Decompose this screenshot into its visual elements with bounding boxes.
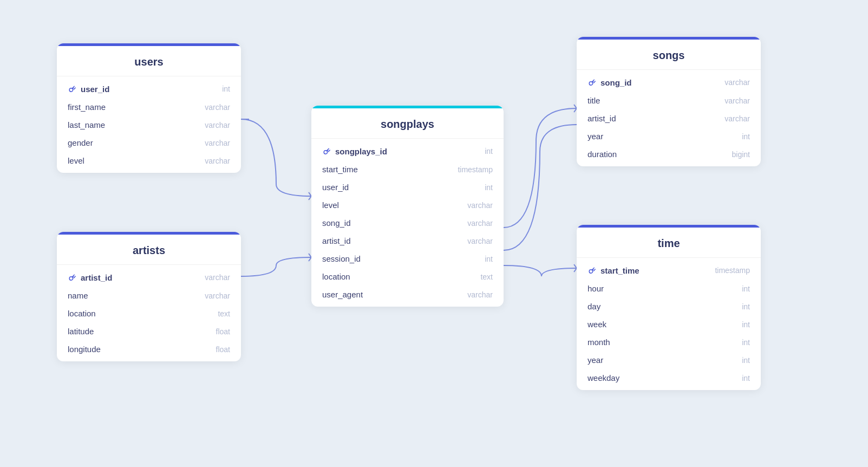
column-name-text: session_id [322,254,361,263]
column-name: user_id [322,183,349,192]
table-row: user_agentvarchar [311,286,504,303]
column-type: varchar [205,291,230,300]
column-name: start_time [588,265,639,275]
column-name: song_id [588,77,632,87]
column-type: varchar [467,290,493,299]
column-name-text: level [322,200,339,210]
column-name: artist_id [588,114,616,123]
column-name-text: user_agent [322,290,363,299]
column-name: name [68,291,88,300]
table-row: longitudefloat [57,340,241,358]
column-name-text: month [588,338,610,347]
column-name-text: song_id [322,218,351,228]
column-type: float [216,345,230,354]
table-row: start_timetimestamp [311,160,504,178]
table-row: locationtext [57,304,241,322]
column-type: int [742,374,750,382]
column-type: varchar [467,201,493,210]
column-type: text [218,309,230,318]
table-time: timestart_timetimestamphourintdayintweek… [577,225,761,390]
column-type: timestamp [715,266,750,275]
column-name: session_id [322,254,361,263]
table-body-songs: song_idvarchartitlevarcharartist_idvarch… [577,70,761,166]
column-type: varchar [725,78,750,87]
column-type: varchar [205,157,230,165]
table-row: artist_idvarchar [577,109,761,127]
column-name: hour [588,284,604,293]
table-row: hourint [577,280,761,297]
column-name-text: songplays_id [335,147,387,156]
column-name: user_id [68,84,109,94]
column-name-text: user_id [322,183,349,192]
column-name-text: longitude [68,345,101,354]
column-name-text: location [322,272,350,281]
table-header-songplays: songplays [311,106,504,139]
column-name: songplays_id [322,146,387,156]
column-name-text: location [68,309,96,318]
column-type: bigint [732,150,750,159]
column-type: varchar [725,96,750,105]
column-name: week [588,320,606,329]
table-songs: songssong_idvarchartitlevarcharartist_id… [577,37,761,166]
column-name: first_name [68,102,106,112]
table-row: artist_idvarchar [311,232,504,250]
column-name-text: year [588,132,603,141]
table-row: songplays_idint [311,142,504,160]
column-name-text: gender [68,138,93,147]
column-name-text: last_name [68,120,105,129]
table-header-artists: artists [57,232,241,265]
table-header-users: users [57,43,241,76]
table-artists: artistsartist_idvarcharnamevarcharlocati… [57,232,241,361]
column-name-text: week [588,320,606,329]
table-row: namevarchar [57,287,241,304]
column-name-text: duration [588,150,617,159]
column-type: varchar [205,103,230,112]
column-name-text: artist_id [81,273,112,282]
table-row: dayint [577,297,761,315]
column-name: artist_id [68,273,112,282]
column-name: year [588,355,603,365]
table-header-time: time [577,225,761,258]
table-row: monthint [577,333,761,351]
table-body-artists: artist_idvarcharnamevarcharlocationtextl… [57,265,241,361]
column-type: int [742,284,750,293]
table-row: session_idint [311,250,504,268]
column-name-text: level [68,156,84,165]
table-body-users: user_idintfirst_namevarcharlast_namevarc… [57,76,241,173]
table-row: locationtext [311,268,504,286]
column-name-text: year [588,355,603,365]
table-row: weekint [577,315,761,333]
column-type: varchar [467,237,493,245]
column-type: varchar [467,219,493,228]
column-name: user_agent [322,290,363,299]
column-name: duration [588,150,617,159]
table-row: song_idvarchar [311,214,504,232]
table-body-songplays: songplays_idintstart_timetimestampuser_i… [311,139,504,307]
table-row: levelvarchar [311,196,504,214]
table-row: durationbigint [577,145,761,163]
column-type: int [485,147,493,155]
table-users: usersuser_idintfirst_namevarcharlast_nam… [57,43,241,173]
column-type: int [742,302,750,311]
column-name: year [588,132,603,141]
primary-key-icon [588,77,597,87]
column-name: month [588,338,610,347]
table-header-songs: songs [577,37,761,70]
column-name-text: start_time [322,165,358,174]
column-name-text: start_time [601,266,639,275]
column-type: int [742,338,750,347]
column-name-text: title [588,96,600,105]
column-type: varchar [205,273,230,282]
column-name-text: user_id [81,85,109,94]
table-row: artist_idvarchar [57,268,241,287]
column-type: int [742,320,750,329]
column-type: float [216,327,230,336]
table-row: start_timetimestamp [577,261,761,280]
column-name-text: weekday [588,373,619,382]
column-name: gender [68,138,93,147]
column-name: level [68,156,84,165]
column-name-text: day [588,302,601,311]
column-name: day [588,302,601,311]
table-row: yearint [577,127,761,145]
column-name-text: hour [588,284,604,293]
